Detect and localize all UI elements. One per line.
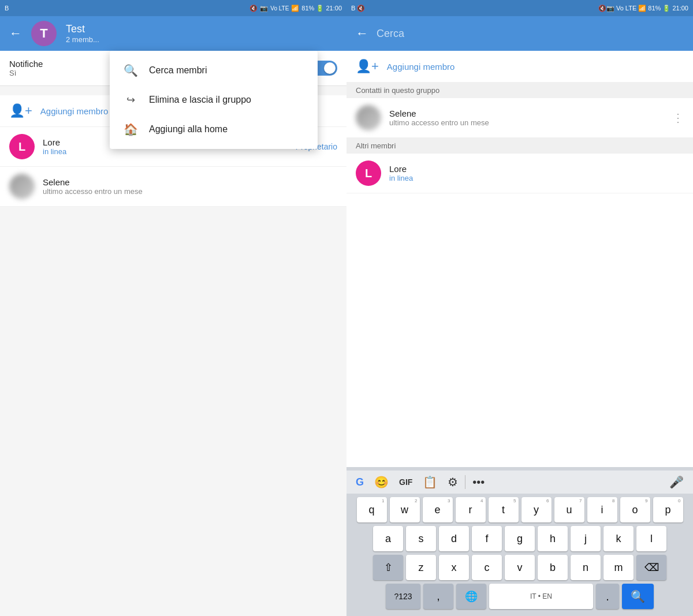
notifications-value: Sì	[9, 69, 43, 77]
right-add-member-button[interactable]: 👤+ Aggiungi membro	[346, 51, 693, 83]
keyboard-rows: 1q 2w 3e 4r 5t 6y 7u 8i 9o 0p a s d f g …	[346, 494, 693, 616]
key-i[interactable]: 8i	[587, 497, 617, 522]
right-selene-avatar	[356, 105, 381, 130]
globe-key[interactable]: 🌐	[456, 584, 486, 609]
search-key[interactable]: 🔍	[622, 584, 654, 609]
key-b[interactable]: b	[538, 555, 568, 580]
keyboard-area: G 😊 GIF 📋 ⚙ ••• 🎤 1q 2w 3e 4r 5t 6y 7u 8…	[346, 467, 693, 616]
add-member-icon: 👤+	[9, 103, 32, 118]
shift-key[interactable]: ⇧	[373, 555, 403, 580]
right-status-right: 🔇📷 Vo LTE 📶 81% 🔋 21:00	[598, 5, 688, 12]
clipboard-icon[interactable]: 📋	[419, 474, 441, 490]
notifications-title: Notifiche	[9, 59, 43, 69]
key-y[interactable]: 6y	[521, 497, 552, 522]
left-mute-icon: 🔇	[249, 5, 258, 12]
dropdown-cerca-membri[interactable]: 🔍 Cerca membri	[110, 55, 318, 85]
lang-switch-key[interactable]: IT • EN	[489, 584, 593, 609]
search-icon: 🔍	[124, 64, 137, 77]
right-lore-info: Lore in linea	[389, 164, 684, 182]
key-s[interactable]: s	[406, 526, 436, 551]
dropdown-cerca-label: Cerca membri	[149, 65, 207, 76]
dropdown-home-label: Aggiungi alla home	[149, 124, 228, 135]
backspace-key[interactable]: ⌫	[636, 555, 666, 580]
key-x[interactable]: x	[439, 555, 469, 580]
key-a[interactable]: a	[373, 526, 403, 551]
key-j[interactable]: j	[571, 526, 601, 551]
key-z[interactable]: z	[406, 555, 436, 580]
left-battery: 81% 🔋 21:00	[301, 5, 342, 12]
key-f[interactable]: f	[472, 526, 502, 551]
key-c[interactable]: c	[472, 555, 502, 580]
add-member-label: Aggiungi membro	[40, 106, 109, 116]
right-lore-avatar: L	[356, 160, 381, 186]
right-lore-name: Lore	[389, 164, 684, 174]
key-k[interactable]: k	[603, 526, 634, 551]
key-row-1: 1q 2w 3e 4r 5t 6y 7u 8i 9o 0p	[349, 497, 691, 522]
google-icon[interactable]: G	[352, 475, 367, 490]
selene-info: Selene ultimo accesso entro un mese	[43, 177, 337, 196]
dropdown-elimina-label: Elimina e lascia il gruppo	[149, 95, 251, 105]
gif-button[interactable]: GIF	[396, 476, 416, 488]
selene-name: Selene	[43, 177, 337, 187]
member-selene-row[interactable]: Selene ultimo accesso entro un mese	[0, 167, 346, 207]
home-add-icon: 🏠	[124, 122, 137, 136]
right-back-button[interactable]: ←	[356, 26, 368, 41]
period-key[interactable]: .	[596, 584, 619, 609]
left-status-b: B	[5, 5, 9, 12]
selene-more-icon[interactable]: ⋮	[672, 111, 684, 125]
right-search-bar: ←	[346, 16, 693, 51]
right-header: B 🔇 🔇📷 Vo LTE 📶 81% 🔋 21:00 ←	[346, 0, 693, 51]
search-input[interactable]	[377, 28, 684, 40]
key-l[interactable]: l	[636, 526, 666, 551]
left-signal-icon: Vo LTE	[270, 5, 289, 12]
key-v[interactable]: v	[505, 555, 535, 580]
key-d[interactable]: d	[439, 526, 469, 551]
left-wifi-icon: 📶	[291, 5, 299, 12]
right-panel: B 🔇 🔇📷 Vo LTE 📶 81% 🔋 21:00 ← 👤+ Aggiung…	[346, 0, 693, 616]
section-contacts-header: Contatti in questo gruppo	[346, 83, 693, 98]
section-others-header: Altri membri	[346, 138, 693, 154]
keyboard-toolbar: G 😊 GIF 📋 ⚙ ••• 🎤	[346, 471, 693, 494]
key-n[interactable]: n	[571, 555, 601, 580]
more-options-icon[interactable]: •••	[469, 475, 488, 490]
left-header: ← T Test 2 memb...	[0, 16, 346, 51]
right-lore-row[interactable]: L Lore in linea	[346, 154, 693, 193]
key-row-3: ⇧ z x c v b n m ⌫	[349, 555, 691, 580]
key-h[interactable]: h	[538, 526, 568, 551]
lore-avatar: L	[9, 134, 35, 159]
key-o[interactable]: 9o	[620, 497, 650, 522]
right-content: 👤+ Aggiungi membro Contatti in questo gr…	[346, 51, 693, 467]
mic-icon[interactable]: 🎤	[666, 474, 687, 490]
right-lore-status: in linea	[389, 174, 684, 182]
key-u[interactable]: 7u	[554, 497, 584, 522]
right-add-member-icon: 👤+	[356, 59, 379, 74]
dropdown-menu: 🔍 Cerca membri ↪ Elimina e lascia il gru…	[110, 51, 318, 149]
dropdown-elimina[interactable]: ↪ Elimina e lascia il gruppo	[110, 85, 318, 114]
selene-avatar	[9, 174, 35, 199]
key-r[interactable]: 4r	[456, 497, 486, 522]
left-back-button[interactable]: ←	[9, 26, 22, 41]
right-selene-name: Selene	[389, 109, 684, 118]
right-selene-info: Selene ultimo accesso entro un mese	[389, 109, 684, 127]
exit-icon: ↪	[124, 94, 137, 106]
key-m[interactable]: m	[603, 555, 634, 580]
key-row-2: a s d f g h j k l	[349, 526, 691, 551]
sym-key[interactable]: ?123	[386, 584, 420, 609]
key-p[interactable]: 0p	[653, 497, 683, 522]
key-w[interactable]: 2w	[390, 497, 420, 522]
right-status-left: B 🔇	[351, 5, 365, 12]
dropdown-aggiungi-home[interactable]: 🏠 Aggiungi alla home	[110, 114, 318, 144]
left-status-bar: B 🔇 📷 Vo LTE 📶 81% 🔋 21:00	[0, 0, 346, 16]
header-title: Test	[66, 23, 99, 35]
key-e[interactable]: 3e	[423, 497, 453, 522]
left-status-right: 🔇 📷 Vo LTE 📶 81% 🔋 21:00	[249, 5, 342, 12]
right-selene-row[interactable]: Selene ultimo accesso entro un mese ⋮	[346, 98, 693, 138]
key-g[interactable]: g	[505, 526, 535, 551]
settings-icon[interactable]: ⚙	[444, 474, 461, 490]
key-q[interactable]: 1q	[357, 497, 387, 522]
right-add-member-label: Aggiungi membro	[387, 62, 455, 72]
key-t[interactable]: 5t	[489, 497, 519, 522]
right-selene-status: ultimo accesso entro un mese	[389, 118, 684, 127]
emoji-panel-icon[interactable]: 😊	[371, 474, 392, 490]
comma-key[interactable]: ,	[423, 584, 453, 609]
